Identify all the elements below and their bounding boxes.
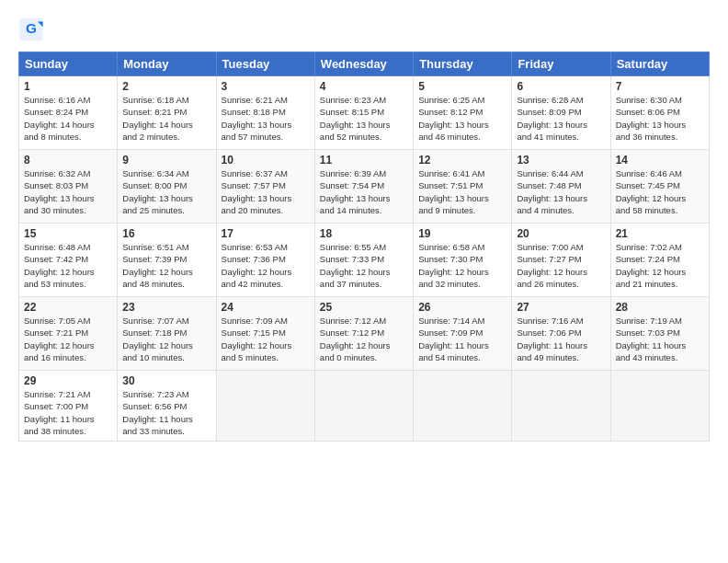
day-info: Sunrise: 6:18 AM Sunset: 8:21 PM Dayligh… [122, 94, 210, 143]
day-info: Sunrise: 7:05 AM Sunset: 7:21 PM Dayligh… [24, 315, 112, 363]
day-cell [512, 371, 610, 442]
day-info: Sunrise: 7:07 AM Sunset: 7:18 PM Dayligh… [122, 315, 210, 363]
day-info: Sunrise: 7:14 AM Sunset: 7:09 PM Dayligh… [418, 315, 506, 363]
day-cell: 4Sunrise: 6:23 AM Sunset: 8:15 PM Daylig… [314, 76, 413, 150]
day-info: Sunrise: 7:12 AM Sunset: 7:12 PM Dayligh… [320, 315, 408, 363]
weekday-header-thursday: Thursday [414, 52, 512, 76]
page: G SundayMondayTuesdayWednesdayThursdayFr… [0, 0, 728, 563]
week-row-5: 29Sunrise: 7:21 AM Sunset: 7:00 PM Dayli… [19, 371, 710, 442]
day-number: 19 [418, 227, 506, 240]
day-cell [414, 371, 512, 442]
day-number: 18 [320, 227, 408, 240]
day-cell: 14Sunrise: 6:46 AM Sunset: 7:45 PM Dayli… [610, 150, 709, 224]
day-number: 27 [517, 301, 605, 314]
day-info: Sunrise: 6:34 AM Sunset: 8:00 PM Dayligh… [122, 167, 210, 216]
day-cell: 6Sunrise: 6:28 AM Sunset: 8:09 PM Daylig… [512, 76, 610, 150]
day-cell: 28Sunrise: 7:19 AM Sunset: 7:03 PM Dayli… [610, 297, 709, 371]
day-number: 3 [222, 80, 310, 93]
day-info: Sunrise: 7:09 AM Sunset: 7:15 PM Dayligh… [222, 315, 310, 363]
day-cell: 30Sunrise: 7:23 AM Sunset: 6:56 PM Dayli… [118, 371, 216, 442]
day-cell: 12Sunrise: 6:41 AM Sunset: 7:51 PM Dayli… [414, 150, 512, 224]
day-info: Sunrise: 6:21 AM Sunset: 8:18 PM Dayligh… [222, 94, 310, 143]
day-cell: 18Sunrise: 6:55 AM Sunset: 7:33 PM Dayli… [314, 224, 413, 297]
weekday-header-monday: Monday [118, 52, 216, 76]
day-number: 26 [418, 301, 506, 314]
day-cell: 15Sunrise: 6:48 AM Sunset: 7:42 PM Dayli… [19, 224, 118, 297]
day-cell: 23Sunrise: 7:07 AM Sunset: 7:18 PM Dayli… [118, 297, 216, 371]
day-info: Sunrise: 6:41 AM Sunset: 7:51 PM Dayligh… [418, 167, 506, 216]
weekday-header-sunday: Sunday [19, 52, 118, 76]
day-number: 6 [517, 80, 605, 93]
day-cell: 22Sunrise: 7:05 AM Sunset: 7:21 PM Dayli… [19, 297, 118, 371]
day-info: Sunrise: 6:58 AM Sunset: 7:30 PM Dayligh… [418, 241, 506, 290]
day-info: Sunrise: 6:32 AM Sunset: 8:03 PM Dayligh… [24, 167, 112, 216]
day-number: 4 [320, 80, 408, 93]
day-info: Sunrise: 6:30 AM Sunset: 8:06 PM Dayligh… [616, 94, 704, 143]
day-info: Sunrise: 6:23 AM Sunset: 8:15 PM Dayligh… [320, 94, 408, 143]
weekday-header-row: SundayMondayTuesdayWednesdayThursdayFrid… [19, 52, 710, 76]
day-number: 14 [616, 154, 704, 167]
day-cell: 1Sunrise: 6:16 AM Sunset: 8:24 PM Daylig… [19, 76, 118, 150]
header: G [18, 17, 710, 42]
day-cell: 17Sunrise: 6:53 AM Sunset: 7:36 PM Dayli… [216, 224, 314, 297]
weekday-header-wednesday: Wednesday [314, 52, 413, 76]
week-row-2: 8Sunrise: 6:32 AM Sunset: 8:03 PM Daylig… [19, 150, 710, 224]
day-info: Sunrise: 7:16 AM Sunset: 7:06 PM Dayligh… [517, 315, 605, 363]
day-number: 29 [24, 374, 112, 387]
day-info: Sunrise: 6:46 AM Sunset: 7:45 PM Dayligh… [616, 167, 704, 216]
day-number: 7 [616, 80, 704, 93]
day-number: 13 [517, 154, 605, 167]
day-cell: 11Sunrise: 6:39 AM Sunset: 7:54 PM Dayli… [314, 150, 413, 224]
weekday-header-saturday: Saturday [610, 52, 709, 76]
day-cell: 9Sunrise: 6:34 AM Sunset: 8:00 PM Daylig… [118, 150, 216, 224]
week-row-4: 22Sunrise: 7:05 AM Sunset: 7:21 PM Dayli… [19, 297, 710, 371]
day-cell: 16Sunrise: 6:51 AM Sunset: 7:39 PM Dayli… [118, 224, 216, 297]
day-info: Sunrise: 7:00 AM Sunset: 7:27 PM Dayligh… [517, 241, 605, 290]
day-number: 15 [24, 227, 112, 240]
day-info: Sunrise: 6:39 AM Sunset: 7:54 PM Dayligh… [320, 167, 408, 216]
day-number: 28 [616, 301, 704, 314]
day-number: 20 [517, 227, 605, 240]
day-cell: 24Sunrise: 7:09 AM Sunset: 7:15 PM Dayli… [216, 297, 314, 371]
day-number: 22 [24, 301, 112, 314]
day-cell: 2Sunrise: 6:18 AM Sunset: 8:21 PM Daylig… [118, 76, 216, 150]
day-info: Sunrise: 6:16 AM Sunset: 8:24 PM Dayligh… [24, 94, 112, 143]
weekday-header-friday: Friday [512, 52, 610, 76]
day-number: 8 [24, 154, 112, 167]
day-number: 30 [122, 374, 210, 387]
day-info: Sunrise: 7:02 AM Sunset: 7:24 PM Dayligh… [616, 241, 704, 290]
week-row-3: 15Sunrise: 6:48 AM Sunset: 7:42 PM Dayli… [19, 224, 710, 297]
day-cell: 8Sunrise: 6:32 AM Sunset: 8:03 PM Daylig… [19, 150, 118, 224]
day-cell: 27Sunrise: 7:16 AM Sunset: 7:06 PM Dayli… [512, 297, 610, 371]
day-cell: 10Sunrise: 6:37 AM Sunset: 7:57 PM Dayli… [216, 150, 314, 224]
day-number: 2 [122, 80, 210, 93]
day-info: Sunrise: 6:51 AM Sunset: 7:39 PM Dayligh… [122, 241, 210, 290]
day-cell: 20Sunrise: 7:00 AM Sunset: 7:27 PM Dayli… [512, 224, 610, 297]
day-info: Sunrise: 6:53 AM Sunset: 7:36 PM Dayligh… [222, 241, 310, 290]
day-number: 12 [418, 154, 506, 167]
day-number: 25 [320, 301, 408, 314]
week-row-1: 1Sunrise: 6:16 AM Sunset: 8:24 PM Daylig… [19, 76, 710, 150]
day-cell [314, 371, 413, 442]
day-number: 10 [222, 154, 310, 167]
day-info: Sunrise: 6:28 AM Sunset: 8:09 PM Dayligh… [517, 94, 605, 143]
day-cell: 7Sunrise: 6:30 AM Sunset: 8:06 PM Daylig… [610, 76, 709, 150]
day-cell: 13Sunrise: 6:44 AM Sunset: 7:48 PM Dayli… [512, 150, 610, 224]
day-number: 5 [418, 80, 506, 93]
calendar: SundayMondayTuesdayWednesdayThursdayFrid… [18, 52, 710, 442]
day-number: 11 [320, 154, 408, 167]
day-cell: 29Sunrise: 7:21 AM Sunset: 7:00 PM Dayli… [19, 371, 118, 442]
day-cell: 25Sunrise: 7:12 AM Sunset: 7:12 PM Dayli… [314, 297, 413, 371]
day-info: Sunrise: 7:21 AM Sunset: 7:00 PM Dayligh… [24, 388, 112, 437]
day-number: 9 [122, 154, 210, 167]
day-cell: 26Sunrise: 7:14 AM Sunset: 7:09 PM Dayli… [414, 297, 512, 371]
day-info: Sunrise: 7:19 AM Sunset: 7:03 PM Dayligh… [616, 315, 704, 363]
day-cell: 5Sunrise: 6:25 AM Sunset: 8:12 PM Daylig… [414, 76, 512, 150]
day-cell: 3Sunrise: 6:21 AM Sunset: 8:18 PM Daylig… [216, 76, 314, 150]
day-info: Sunrise: 6:44 AM Sunset: 7:48 PM Dayligh… [517, 167, 605, 216]
day-info: Sunrise: 6:55 AM Sunset: 7:33 PM Dayligh… [320, 241, 408, 290]
logo: G [18, 17, 48, 42]
day-number: 21 [616, 227, 704, 240]
day-info: Sunrise: 6:48 AM Sunset: 7:42 PM Dayligh… [24, 241, 112, 290]
day-cell: 21Sunrise: 7:02 AM Sunset: 7:24 PM Dayli… [610, 224, 709, 297]
